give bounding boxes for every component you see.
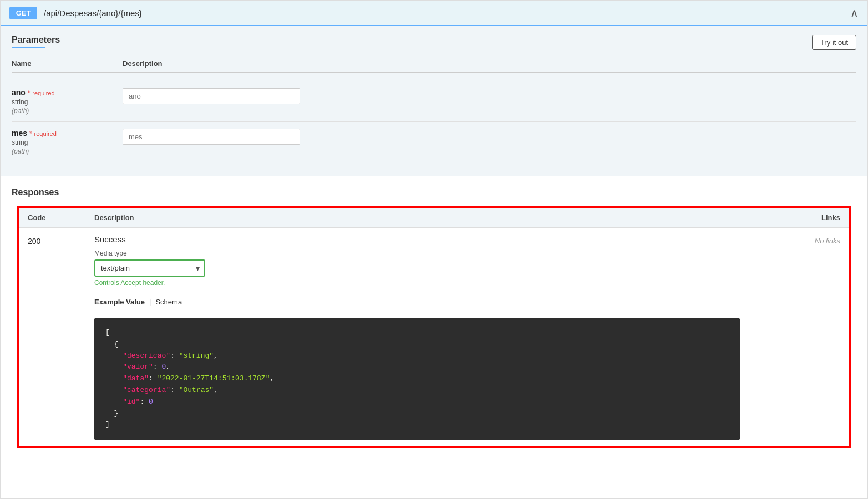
section-header: Parameters Try it out [12, 35, 856, 57]
param-name-col-mes: mes * required string (path) [12, 129, 123, 155]
section-title-underline [12, 47, 45, 48]
param-input-col-mes [123, 129, 856, 155]
resp-col-code-header: Code [28, 213, 94, 222]
schema-tab[interactable]: Schema [155, 297, 182, 307]
param-required-star-ano: * [28, 89, 31, 97]
responses-section: Responses Code Description Links 200 Suc… [1, 176, 867, 465]
param-required-label-mes: required [34, 130, 56, 137]
param-required-star-mes: * [29, 130, 32, 138]
code-line-brace-close: } [105, 409, 118, 417]
response-code-200: 200 [28, 235, 94, 246]
media-type-select[interactable]: text/plain application/json [94, 259, 205, 277]
endpoint-path: /api/Despesas/{ano}/{mes} [44, 8, 844, 18]
media-type-block: Media type text/plain application/json C… [94, 249, 774, 287]
response-success-label: Success [94, 235, 774, 244]
param-name-col-ano: ano * required string (path) [12, 88, 123, 115]
col-name-header: Name [12, 59, 123, 68]
collapse-icon[interactable]: ∧ [850, 6, 859, 19]
param-input-mes[interactable] [123, 129, 300, 145]
responses-table-wrapper: Code Description Links 200 Success Media… [17, 206, 851, 448]
code-line-categoria: "categoria": "Outras", [105, 386, 218, 394]
page-wrapper: GET /api/Despesas/{ano}/{mes} ∧ Paramete… [0, 0, 868, 499]
responses-title: Responses [12, 187, 856, 197]
param-required-label-ano: required [32, 90, 54, 96]
code-line-bracket-open: [ [105, 328, 110, 337]
controls-hint: Controls Accept header. [94, 279, 774, 287]
parameters-section: Parameters Try it out Name Description a… [1, 26, 867, 176]
code-line-valor: "valor": 0, [105, 363, 170, 371]
param-input-col-ano [123, 88, 856, 115]
response-row-200: 200 Success Media type text/plain applic… [19, 228, 849, 446]
col-description-header: Description [123, 59, 856, 68]
resp-col-description-header: Description [94, 213, 774, 222]
media-type-select-wrapper: text/plain application/json [94, 259, 205, 277]
example-schema-tabs: Example Value | Schema [94, 297, 774, 307]
param-input-ano[interactable] [123, 88, 300, 104]
param-name-ano-line: ano * required [12, 88, 123, 97]
param-type-ano: string [12, 98, 123, 106]
param-location-ano: (path) [12, 107, 123, 115]
media-type-label: Media type [94, 249, 774, 257]
response-description-col: Success Media type text/plain applicatio… [94, 235, 774, 440]
param-name-mes-line: mes * required [12, 129, 123, 138]
tab-separator: | [149, 298, 151, 306]
param-name-mes: mes [12, 129, 27, 138]
code-line-id: "id": 0 [105, 398, 153, 406]
code-line-data: "data": "2022-01-27T14:51:03.178Z", [105, 374, 274, 383]
response-links-col: No links [774, 235, 840, 245]
try-it-out-button[interactable]: Try it out [812, 35, 856, 50]
params-table: Name Description ano * required string (… [12, 59, 856, 162]
responses-table-header: Code Description Links [19, 208, 849, 228]
example-value-tab[interactable]: Example Value [94, 297, 145, 307]
param-row-mes: mes * required string (path) [12, 122, 856, 162]
param-name-ano: ano [12, 88, 26, 97]
code-line-bracket-close: ] [105, 420, 110, 429]
section-title: Parameters [12, 35, 60, 45]
code-line-descricao: "descricao": "string", [105, 352, 218, 360]
param-row-ano: ano * required string (path) [12, 82, 856, 122]
code-block: [ { "descricao": "string", "valor": 0, "… [94, 318, 740, 440]
method-badge: GET [9, 7, 37, 19]
param-location-mes: (path) [12, 147, 123, 155]
param-type-mes: string [12, 139, 123, 146]
endpoint-header: GET /api/Despesas/{ano}/{mes} ∧ [1, 1, 867, 26]
parameters-title-block: Parameters [12, 35, 60, 57]
params-table-header: Name Description [12, 59, 856, 73]
code-line-brace-open: { [105, 340, 118, 348]
resp-col-links-header: Links [774, 213, 840, 222]
